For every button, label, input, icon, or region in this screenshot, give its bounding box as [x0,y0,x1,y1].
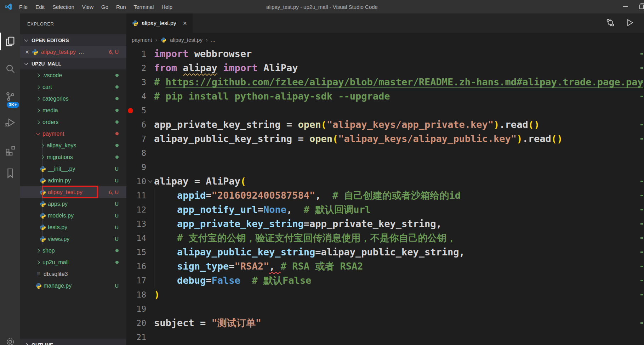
tree-item-orders[interactable]: orders [20,116,126,128]
menu-terminal[interactable]: Terminal [130,2,158,12]
editor-group: alipay_test.py × payment › alipay_test.p… [126,13,644,345]
tree-item-admin.py[interactable]: admin.pyU [20,175,126,186]
line-number[interactable]: 19 [133,302,146,316]
line-number[interactable]: 6 [133,118,146,132]
line-number[interactable]: 4 [133,89,146,103]
tree-item-cart[interactable]: cart [20,81,126,93]
outline-header[interactable]: OUTLINE [20,339,126,345]
menu-help[interactable]: Help [158,2,176,12]
tree-item-media[interactable]: media [20,104,126,116]
tree-item-payment[interactable]: payment [20,128,126,140]
code-line-1[interactable]: 1import webbrowser [126,47,644,61]
code-line-7[interactable]: 7alipay_public_key_string = open("alipay… [126,132,644,146]
line-number[interactable]: 14 [133,231,146,245]
code-line-17[interactable]: 17 debug=False # 默认False [126,273,644,288]
close-icon[interactable]: × [25,49,29,55]
open-editors-header[interactable]: OPEN EDITORS [20,34,126,46]
code-line-12[interactable]: 12 app_notify_url=None, # 默认回调url [126,203,644,217]
code-line-10[interactable]: 10alipay = AliPay( [126,174,644,188]
line-number[interactable]: 9 [133,160,146,174]
code-editor[interactable]: 1import webbrowser2from alipay import Al… [126,47,644,345]
bookmark-icon[interactable] [0,164,20,182]
breadcrumb-item-folder[interactable]: payment [132,37,152,43]
change-mark [640,266,643,267]
line-number[interactable]: 15 [133,245,146,259]
tree-item-models.py[interactable]: models.pyU [20,210,126,221]
line-number[interactable]: 13 [133,217,146,231]
code-line-21[interactable]: 21 [126,330,644,344]
search-icon[interactable] [0,60,20,78]
tree-item-__init__.py[interactable]: __init__.pyU [20,163,126,175]
tree-item-migrations[interactable]: migrations [20,151,126,163]
line-number[interactable]: 10 [133,174,146,188]
breakpoint-icon[interactable] [126,103,133,118]
python-icon [40,189,46,196]
restore-button[interactable] [634,0,644,13]
code-line-19[interactable]: 19 [126,302,644,316]
fold-margin [146,61,154,75]
code-line-4[interactable]: 4# pip install python-alipay-sdk --upgra… [126,89,644,103]
line-number[interactable]: 2 [133,61,146,75]
line-number[interactable]: 3 [133,75,146,89]
line-number[interactable]: 16 [133,259,146,273]
menu-edit[interactable]: Edit [32,2,49,12]
line-number[interactable]: 5 [133,103,146,118]
tree-item-tests.py[interactable]: tests.pyU [20,221,126,233]
tree-item-categories[interactable]: categories [20,93,126,104]
tree-item-views.py[interactable]: views.pyU [20,233,126,245]
code-line-2[interactable]: 2from alipay import AliPay [126,61,644,75]
line-number[interactable]: 1 [133,47,146,61]
project-root-header[interactable]: UP2U_MALL [20,58,126,69]
code-line-6[interactable]: 6app_private_key_string = open("alipay_k… [126,118,644,132]
overview-ruler[interactable] [640,47,644,345]
open-changes-icon[interactable] [606,18,615,29]
source-control-icon[interactable]: 3K+ [0,87,20,105]
code-line-9[interactable]: 9 [126,160,644,174]
line-number[interactable]: 20 [133,316,146,330]
line-number[interactable]: 12 [133,203,146,217]
code-line-8[interactable]: 8 [126,146,644,160]
menu-run[interactable]: Run [112,2,130,12]
git-badge: U [115,213,119,219]
code-line-14[interactable]: 14 # 支付宝的公钥，验证支付宝回传消息使用，不是你自己的公钥， [126,231,644,245]
line-number[interactable]: 7 [133,132,146,146]
tree-item-up2u_mall[interactable]: up2u_mall [20,256,126,268]
menu-go[interactable]: Go [97,2,112,12]
extensions-icon[interactable] [0,141,20,159]
code-line-20[interactable]: 20subject = "测试订单" [126,316,644,330]
tree-item-manage.py[interactable]: manage.pyU [20,280,126,292]
code-line-15[interactable]: 15 alipay_public_key_string=alipay_publi… [126,245,644,259]
run-debug-icon[interactable] [0,114,20,131]
menu-view[interactable]: View [78,2,97,12]
tab-alipay-test[interactable]: alipay_test.py × [126,13,193,33]
code-line-5[interactable]: 5 [126,103,644,118]
code-line-18[interactable]: 18) [126,288,644,302]
open-editor-item[interactable]: × alipay_test.py ... 6, U [20,46,126,58]
breadcrumb-item-symbol[interactable]: ... [211,37,216,43]
minimize-button[interactable] [616,0,634,13]
tree-item-alipay_test.py[interactable]: alipay_test.py6, U [20,186,126,198]
fold-chevron-icon[interactable] [146,174,154,188]
menu-file[interactable]: File [15,2,32,12]
tree-item-.vscode[interactable]: .vscode [20,69,126,81]
close-icon[interactable]: × [183,19,187,27]
code-line-11[interactable]: 11 appid="2016092400587584", # 自己创建的或者沙箱… [126,188,644,203]
run-file-icon[interactable] [625,18,634,29]
line-number[interactable]: 18 [133,288,146,302]
menu-selection[interactable]: Selection [49,2,78,12]
tree-item-apps.py[interactable]: apps.pyU [20,198,126,210]
line-number[interactable]: 21 [133,330,146,344]
code-line-13[interactable]: 13 app_private_key_string=app_private_ke… [126,217,644,231]
menu-bar: FileEditSelectionViewGoRunTerminalHelp [15,2,176,12]
breadcrumb-item-file[interactable]: alipay_test.py [170,37,203,43]
tree-item-alipay_keys[interactable]: alipay_keys [20,140,126,151]
line-number[interactable]: 17 [133,273,146,288]
line-number[interactable]: 8 [133,146,146,160]
code-line-3[interactable]: 3# https://github.com/fzlee/alipay/blob/… [126,75,644,89]
gear-icon[interactable] [0,333,20,345]
code-line-16[interactable]: 16 sign_type="RSA2", # RSA 或者 RSA2 [126,259,644,273]
tree-item-shop[interactable]: shop [20,245,126,256]
explorer-icon[interactable] [0,33,20,50]
line-number[interactable]: 11 [133,188,146,203]
tree-item-db.sqlite3[interactable]: ≡db.sqlite3 [20,268,126,280]
